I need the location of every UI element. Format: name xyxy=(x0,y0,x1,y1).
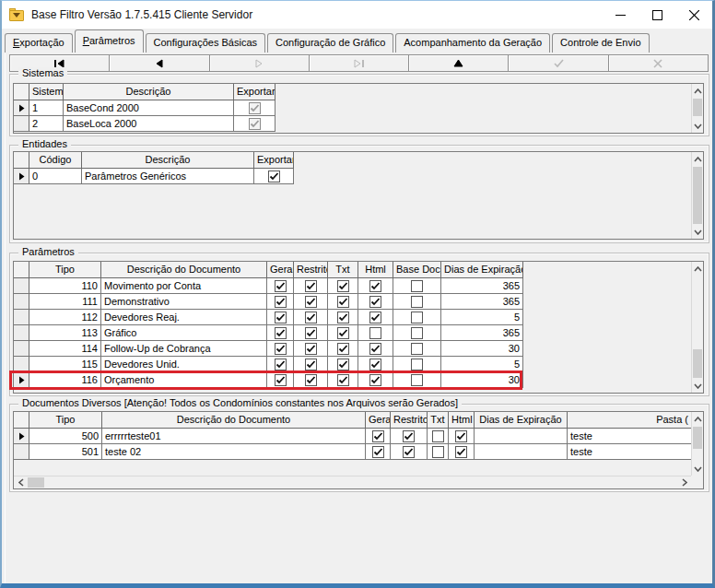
cell-descricao-do-documento[interactable]: teste 02 xyxy=(102,444,366,460)
cell-dias-de-expiracao[interactable]: 30 xyxy=(441,341,523,357)
checkbox-gerar[interactable] xyxy=(267,294,294,310)
checkbox-gerar[interactable] xyxy=(267,310,294,325)
checkbox-restrito[interactable] xyxy=(294,310,328,325)
checkbox-txt[interactable] xyxy=(328,294,358,310)
checkbox-base-doc[interactable] xyxy=(393,325,441,341)
checkbox-txt[interactable] xyxy=(328,325,358,341)
cell-descricao[interactable]: Parâmetros Genéricos xyxy=(82,169,254,184)
checkbox-gerar[interactable] xyxy=(366,444,391,460)
checkbox-base-doc[interactable] xyxy=(393,294,441,310)
checkbox-gerar[interactable] xyxy=(267,278,294,294)
cell-descricao-do-documento[interactable]: errrrrteste01 xyxy=(102,429,366,444)
cell-dias-de-expiracao[interactable]: 5 xyxy=(441,357,523,372)
checkbox-exportar[interactable] xyxy=(254,169,294,184)
checkbox-restrito[interactable] xyxy=(391,429,428,444)
checkbox-exportar[interactable] xyxy=(234,116,275,132)
cell-tipo[interactable]: 111 xyxy=(29,294,101,310)
cell-descricao-do-documento[interactable]: Follow-Up de Cobrança xyxy=(101,341,267,357)
cell-tipo[interactable]: 112 xyxy=(29,310,101,325)
checkbox-base-doc[interactable] xyxy=(393,357,441,372)
checkbox-gerar[interactable] xyxy=(366,429,391,444)
cell-descricao-do-documento[interactable]: Devedores Unid. xyxy=(101,357,267,372)
checkbox-html[interactable] xyxy=(358,278,393,294)
documentos-horizontal-scrollbar[interactable] xyxy=(14,476,691,488)
cell-tipo[interactable]: 115 xyxy=(29,357,101,372)
maximize-button[interactable] xyxy=(639,1,675,29)
cell-descricao-do-documento[interactable]: Devedores Reaj. xyxy=(101,310,267,325)
checkbox-exportar[interactable] xyxy=(234,100,275,116)
checkbox-txt[interactable] xyxy=(328,372,358,388)
checkbox-html[interactable] xyxy=(358,341,393,357)
checkbox-html[interactable] xyxy=(358,310,393,325)
scrollbar-thumb[interactable] xyxy=(693,99,702,116)
scrollbar-thumb[interactable] xyxy=(28,477,44,488)
cell-dias-de-expiracao[interactable] xyxy=(475,429,568,444)
tab-configuracao-de-grafico[interactable]: Configuração de Gráfico xyxy=(267,33,393,53)
cell-tipo[interactable]: 113 xyxy=(29,325,101,341)
tab-controle-de-envio[interactable]: Controle de Envio xyxy=(552,33,649,53)
checkbox-gerar[interactable] xyxy=(267,372,294,388)
checkbox-html[interactable] xyxy=(358,372,393,388)
checkbox-txt[interactable] xyxy=(328,310,358,325)
checkbox-base-doc[interactable] xyxy=(393,341,441,357)
sistemas-vertical-scrollbar[interactable] xyxy=(691,84,703,133)
cell-descricao-do-documento[interactable]: Movimento por Conta xyxy=(101,278,267,294)
checkbox-gerar[interactable] xyxy=(267,341,294,357)
entidades-vertical-scrollbar[interactable] xyxy=(691,152,703,239)
scrollbar-thumb[interactable] xyxy=(693,427,702,449)
cell-dias-de-expiracao[interactable]: 30 xyxy=(441,372,523,388)
checkbox-gerar[interactable] xyxy=(267,325,294,341)
cell-dias-de-expiracao[interactable] xyxy=(475,444,568,460)
scrollbar-thumb[interactable] xyxy=(693,167,702,224)
checkbox-restrito[interactable] xyxy=(294,294,328,310)
cell-descricao[interactable]: BaseLoca 2000 xyxy=(64,116,234,132)
cell-tipo[interactable]: 116 xyxy=(29,372,101,388)
checkbox-restrito[interactable] xyxy=(294,325,328,341)
parametros-vertical-scrollbar[interactable] xyxy=(691,262,703,393)
minimize-button[interactable] xyxy=(602,1,639,29)
cell-tipo[interactable]: 114 xyxy=(29,341,101,357)
cell-tipo[interactable]: 501 xyxy=(29,444,102,460)
checkbox-restrito[interactable] xyxy=(294,278,328,294)
cell-tipo[interactable]: 500 xyxy=(29,429,102,444)
checkbox-html[interactable] xyxy=(358,294,393,310)
navigator-up-button[interactable] xyxy=(408,54,509,72)
checkbox-html[interactable] xyxy=(358,357,393,372)
scrollbar-thumb[interactable] xyxy=(693,349,702,378)
tab-acompanhamento-da-geracao[interactable]: Acompanhamento da Geração xyxy=(395,33,550,53)
checkbox-txt[interactable] xyxy=(328,341,358,357)
checkbox-txt[interactable] xyxy=(428,444,449,460)
cell-codigo[interactable]: 0 xyxy=(29,169,82,184)
checkbox-restrito[interactable] xyxy=(294,357,328,372)
checkbox-html[interactable] xyxy=(449,429,475,444)
checkbox-html[interactable] xyxy=(449,444,475,460)
cell-pasta[interactable]: teste xyxy=(568,429,691,444)
checkbox-html[interactable] xyxy=(358,325,393,341)
checkbox-base-doc[interactable] xyxy=(393,372,441,388)
checkbox-restrito[interactable] xyxy=(294,341,328,357)
cell-pasta[interactable]: teste xyxy=(568,444,691,460)
checkbox-txt[interactable] xyxy=(428,429,449,444)
tab-exportacao[interactable]: Exportação xyxy=(5,33,73,53)
documentos-vertical-scrollbar[interactable] xyxy=(691,412,703,476)
checkbox-txt[interactable] xyxy=(328,278,358,294)
cell-dias-de-expiracao[interactable]: 365 xyxy=(441,278,523,294)
cell-descricao-do-documento[interactable]: Orçamento xyxy=(101,372,267,388)
tab-parametros[interactable]: Parâmetros xyxy=(75,29,144,53)
cell-dias-de-expiracao[interactable]: 365 xyxy=(441,325,523,341)
cell-sistema[interactable]: 2 xyxy=(29,116,64,132)
cell-descricao[interactable]: BaseCond 2000 xyxy=(64,100,234,116)
cell-tipo[interactable]: 110 xyxy=(29,278,101,294)
close-button[interactable] xyxy=(675,1,712,29)
navigator-prior-button[interactable] xyxy=(109,54,209,72)
checkbox-base-doc[interactable] xyxy=(393,278,441,294)
checkbox-restrito[interactable] xyxy=(294,372,328,388)
cell-descricao-do-documento[interactable]: Demonstrativo xyxy=(101,294,267,310)
tab-configuracoes-basicas[interactable]: Configurações Básicas xyxy=(146,33,266,53)
checkbox-gerar[interactable] xyxy=(267,357,294,372)
cell-descricao-do-documento[interactable]: Gráfico xyxy=(101,325,267,341)
cell-dias-de-expiracao[interactable]: 5 xyxy=(441,310,523,325)
checkbox-base-doc[interactable] xyxy=(393,310,441,325)
checkbox-txt[interactable] xyxy=(328,357,358,372)
cell-dias-de-expiracao[interactable]: 365 xyxy=(441,294,523,310)
